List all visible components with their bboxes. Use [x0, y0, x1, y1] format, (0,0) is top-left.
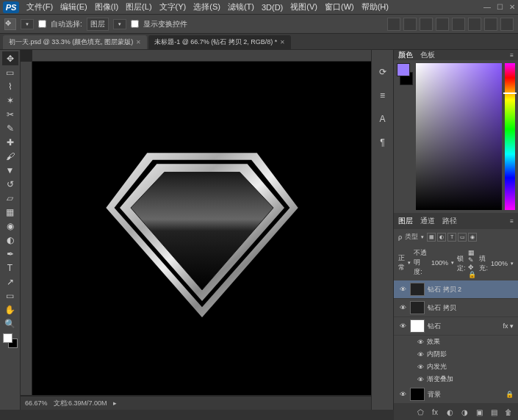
align-icon-2[interactable] [403, 18, 417, 31]
align-icon-4[interactable] [436, 18, 449, 31]
maximize-icon[interactable]: ☐ [497, 3, 503, 11]
menu-file[interactable]: 文件(F) [26, 1, 53, 12]
layer-filter-icons[interactable]: ▦◐T▭◉ [427, 233, 477, 242]
tool-preset-dropdown[interactable]: ▼ [21, 19, 34, 29]
marquee-tool[interactable]: ▭ [2, 65, 18, 79]
layer-thumb[interactable] [410, 319, 425, 333]
zoom-tool[interactable]: 🔍 [2, 316, 18, 330]
menu-type[interactable]: 文字(Y) [159, 1, 187, 12]
tab-swatches[interactable]: 色板 [420, 50, 435, 60]
adjustment-layer-icon[interactable]: ◑ [459, 407, 470, 417]
path-select-tool[interactable]: ↗ [2, 275, 18, 289]
fx-badge[interactable]: fx ▾ [503, 322, 514, 330]
tab-channels[interactable]: 通道 [420, 216, 435, 226]
tab-paths[interactable]: 路径 [442, 216, 457, 226]
align-icon[interactable] [387, 18, 400, 31]
eyedropper-tool[interactable]: ✎ [2, 121, 18, 135]
visibility-icon[interactable]: 👁 [398, 304, 407, 311]
layer-thumb[interactable] [410, 283, 425, 296]
menu-3d[interactable]: 3D(D) [262, 3, 283, 12]
layer-row[interactable]: 👁 背景 🔒 [394, 385, 518, 404]
menu-edit[interactable]: 编辑(E) [60, 1, 87, 12]
layer-thumb[interactable] [410, 388, 425, 401]
doc-size[interactable]: 文档:6.39M/7.00M [54, 399, 107, 408]
auto-select-mode[interactable]: 图层 [87, 18, 109, 31]
foreground-color[interactable] [3, 333, 12, 343]
show-transform-checkbox[interactable] [131, 20, 139, 28]
layer-name[interactable]: 钻石 拷贝 [428, 303, 514, 313]
close-icon[interactable]: ✕ [509, 3, 515, 11]
new-layer-icon[interactable]: ▤ [489, 407, 499, 417]
tab-close-icon[interactable]: ✕ [136, 39, 141, 46]
shape-tool[interactable]: ▭ [2, 289, 18, 303]
tool-preset-icon[interactable]: ✥ [4, 18, 16, 30]
menu-filter[interactable]: 滤镜(T) [228, 1, 254, 12]
crop-tool[interactable]: ✂ [2, 107, 18, 121]
layer-name[interactable]: 背景 [428, 390, 503, 399]
menu-view[interactable]: 视图(V) [290, 1, 317, 12]
layer-row[interactable]: 👁 钻石 fx ▾ [394, 317, 518, 336]
menu-help[interactable]: 帮助(H) [361, 1, 389, 12]
status-arrow-icon[interactable]: ▸ [113, 399, 117, 407]
auto-select-dropdown[interactable]: ▼ [113, 19, 126, 29]
opacity-value[interactable]: 100% [431, 259, 448, 267]
layer-name[interactable]: 钻石 拷贝 2 [428, 285, 514, 294]
layer-mask-icon[interactable]: ◐ [445, 407, 455, 417]
zoom-level[interactable]: 66.67% [25, 399, 48, 407]
trash-icon[interactable]: 🗑 [503, 407, 514, 417]
fx-inner-glow[interactable]: 👁内发光 [394, 361, 518, 373]
align-icon-7[interactable] [484, 18, 497, 31]
char-panel-icon[interactable]: A [375, 112, 390, 126]
menu-image[interactable]: 图像(I) [95, 1, 118, 12]
properties-panel-icon[interactable]: ≡ [375, 88, 390, 103]
color-foreground-swatch[interactable] [397, 63, 410, 76]
visibility-icon[interactable]: 👁 [398, 286, 407, 293]
ruler-vertical[interactable] [21, 62, 32, 395]
align-icon-6[interactable] [468, 18, 481, 31]
layer-fx-icon[interactable]: fx [430, 407, 440, 417]
gradient-tool[interactable]: ▦ [2, 205, 18, 219]
heal-tool[interactable]: ✚ [2, 135, 18, 149]
tab-close-icon[interactable]: ✕ [280, 39, 285, 46]
lock-icons[interactable]: ▦ ✎ ✥ 🔒 [468, 249, 476, 278]
hue-slider[interactable] [505, 63, 515, 210]
wand-tool[interactable]: ✶ [2, 93, 18, 107]
layer-row[interactable]: 👁 钻石 拷贝 [394, 299, 518, 317]
stamp-tool[interactable]: ▼ [2, 163, 18, 177]
pen-tool[interactable]: ✒ [2, 247, 18, 261]
dodge-tool[interactable]: ◐ [2, 233, 18, 247]
layer-name[interactable]: 钻石 [428, 322, 500, 331]
document-tab[interactable]: 未标题-1 @ 66.7% (钻石 拷贝 2, RGB/8) * ✕ [148, 35, 291, 49]
move-tool[interactable]: ✥ [2, 51, 18, 65]
layer-thumb[interactable] [410, 301, 425, 314]
visibility-icon[interactable]: 👁 [398, 322, 407, 330]
align-icon-3[interactable] [420, 18, 433, 31]
link-layers-icon[interactable]: ⬠ [415, 407, 425, 417]
fill-value[interactable]: 100% [491, 260, 508, 267]
menu-window[interactable]: 窗口(W) [325, 1, 354, 12]
3d-mode-icon[interactable] [500, 18, 514, 31]
canvas[interactable] [32, 62, 371, 395]
align-icon-5[interactable] [452, 18, 465, 31]
blur-tool[interactable]: ◉ [2, 219, 18, 233]
fx-header[interactable]: 👁效果 [394, 336, 518, 348]
blend-mode-select[interactable]: 正常 [398, 253, 405, 272]
minimize-icon[interactable]: — [483, 3, 491, 11]
panel-menu-icon[interactable]: ≡ [510, 218, 514, 225]
tab-color[interactable]: 颜色 [398, 50, 413, 60]
color-swatches[interactable] [3, 333, 18, 348]
fx-gradient-overlay[interactable]: 👁渐变叠加 [394, 373, 518, 385]
hand-tool[interactable]: ✋ [2, 303, 18, 316]
document-tab[interactable]: 初一天.psd @ 33.3% (颜色填充, 图层蒙版) ✕ [3, 35, 147, 49]
panel-menu-icon[interactable]: ≡ [510, 52, 514, 59]
ruler-horizontal[interactable] [32, 50, 371, 62]
visibility-icon[interactable]: 👁 [398, 391, 407, 398]
layer-row[interactable]: 👁 钻石 拷贝 2 [394, 280, 518, 299]
brush-tool[interactable]: 🖌 [2, 149, 18, 163]
menu-layer[interactable]: 图层(L) [126, 1, 151, 12]
auto-select-checkbox[interactable] [38, 20, 46, 28]
type-tool[interactable]: T [2, 261, 18, 275]
group-icon[interactable]: ▣ [474, 407, 484, 417]
fx-inner-shadow[interactable]: 👁内阴影 [394, 348, 518, 361]
color-picker-field[interactable] [416, 63, 502, 210]
